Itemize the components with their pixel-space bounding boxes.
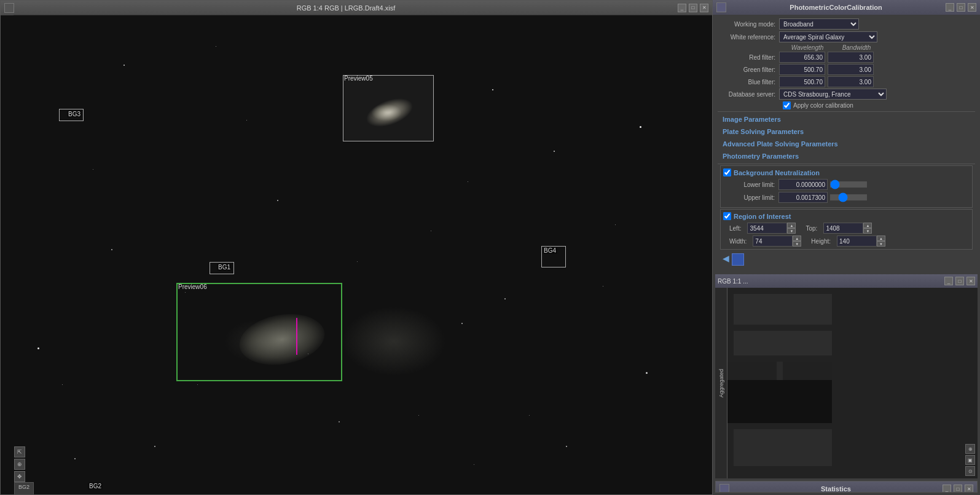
photometry-section[interactable]: Photometry Parameters xyxy=(718,150,975,162)
upper-limit-slider[interactable] xyxy=(830,194,867,200)
roi-width-spinner: ▲ ▼ xyxy=(753,236,801,247)
apply-calibration-label: Apply color calibration xyxy=(793,102,853,109)
upper-limit-input[interactable] xyxy=(778,192,828,203)
stats-title: Statistics xyxy=(729,485,943,493)
roi-checkbox[interactable] xyxy=(723,212,731,220)
roi-top-input[interactable] xyxy=(823,223,863,234)
roi-width-down[interactable]: ▼ xyxy=(793,241,801,247)
roi-height-up[interactable]: ▲ xyxy=(877,236,885,241)
statistics-panel: Statistics _ □ ✕ Aggregated Normalized R… xyxy=(715,481,978,493)
mask-image: ⊕ ▣ ⊙ xyxy=(727,288,978,478)
preview05-label: Preview05 xyxy=(344,75,373,82)
roi-top-down[interactable]: ▼ xyxy=(863,228,872,234)
bg-neutralization-title: Background Neutralization xyxy=(734,169,820,176)
roi-height-buttons[interactable]: ▲ ▼ xyxy=(877,236,885,247)
close-button[interactable]: ✕ xyxy=(700,4,708,12)
image-canvas[interactable]: Preview05 BG3 BG1 BG4 Preview06 xyxy=(1,15,712,494)
thumb-crosshair-icon[interactable]: ⊙ xyxy=(965,466,975,476)
mask-svg xyxy=(727,288,978,478)
zoom-tool-icon[interactable]: ⊕ xyxy=(14,459,25,470)
pcc-titlebar: PhotometricColorCalibration _ □ ✕ xyxy=(713,0,980,15)
window-controls[interactable]: _ □ ✕ xyxy=(678,4,708,12)
stats-close[interactable]: ✕ xyxy=(965,485,973,493)
pcc-controls[interactable]: _ □ ✕ xyxy=(946,3,976,12)
bg3-box[interactable] xyxy=(59,109,84,121)
stats-titlebar: Statistics _ □ ✕ xyxy=(716,481,977,493)
background-neutralization-section: Background Neutralization Lower limit: U… xyxy=(720,165,973,208)
image-parameters-section[interactable]: Image Parameters xyxy=(718,113,975,125)
bg-header-row: Background Neutralization xyxy=(723,168,970,176)
roi-left-down[interactable]: ▼ xyxy=(787,228,796,234)
bg1-box[interactable] xyxy=(210,262,234,274)
zoom-fit-icon[interactable]: ⇱ xyxy=(14,446,25,457)
bg2-label: BG2 xyxy=(88,483,103,489)
red-bandwidth-input[interactable] xyxy=(828,52,874,63)
nav-prev-button[interactable]: ◀ xyxy=(723,253,729,266)
preview05-box[interactable]: Preview05 xyxy=(343,75,434,141)
bottom-tab-bg2[interactable]: BG2 xyxy=(14,482,34,494)
thumb-tool-icons: ⊕ ▣ ⊙ xyxy=(965,444,975,476)
preview06-box[interactable]: Preview06 xyxy=(176,283,342,381)
database-server-select[interactable]: CDS Strasbourg, France xyxy=(779,89,887,100)
roi-width-input[interactable] xyxy=(753,236,793,247)
bg4-box[interactable] xyxy=(541,246,566,267)
roi-width-up[interactable]: ▲ xyxy=(793,236,801,241)
rgb-thumb-titlebar: RGB 1:1 ... _ □ ✕ xyxy=(715,274,978,288)
database-server-label: Database server: xyxy=(718,91,779,98)
bandwidth-header: Bandwidth xyxy=(832,44,881,51)
blue-wavelength-input[interactable] xyxy=(779,76,825,87)
thumb-select-icon[interactable]: ▣ xyxy=(965,455,975,465)
lower-limit-input[interactable] xyxy=(778,179,828,190)
pcc-minimize[interactable]: _ xyxy=(946,3,954,12)
rgb-thumb-restore[interactable]: □ xyxy=(955,277,964,285)
roi-left-up[interactable]: ▲ xyxy=(787,223,796,228)
wavelength-header: Wavelength xyxy=(783,44,832,51)
roi-height-input[interactable] xyxy=(837,236,877,247)
pan-icon[interactable]: ✥ xyxy=(14,471,25,482)
rgb-thumb-controls[interactable]: _ □ ✕ xyxy=(944,277,975,285)
minimize-button[interactable]: _ xyxy=(678,4,686,12)
roi-height-down[interactable]: ▼ xyxy=(877,241,885,247)
right-panel: PhotometricColorCalibration _ □ ✕ Workin… xyxy=(713,0,980,495)
red-wavelength-input[interactable] xyxy=(779,52,825,63)
plate-solving-section[interactable]: Plate Solving Parameters xyxy=(718,125,975,138)
blue-bandwidth-input[interactable] xyxy=(828,76,874,87)
rgb-thumb-container: RGB 1:1 ... _ □ ✕ Aggregated xyxy=(715,274,978,478)
upper-limit-row: Upper limit: xyxy=(723,192,970,203)
region-of-interest-section: Region of Interest Left: ▲ ▼ Top: ▲ xyxy=(720,209,973,250)
stats-restore[interactable]: □ xyxy=(954,485,962,493)
bottom-tabs: BG2 xyxy=(14,482,34,494)
apply-calibration-row: Apply color calibration xyxy=(783,101,975,109)
lower-limit-slider[interactable] xyxy=(830,181,867,188)
roi-height-label: Height: xyxy=(811,238,833,245)
rgb-thumb-min[interactable]: _ xyxy=(944,277,953,285)
pcc-restore[interactable]: □ xyxy=(957,3,965,12)
thumb-zoom-icon[interactable]: ⊕ xyxy=(965,444,975,454)
rgb-thumb-close[interactable]: ✕ xyxy=(966,277,975,285)
bg-neutralization-checkbox[interactable] xyxy=(723,168,731,176)
stats-min[interactable]: _ xyxy=(943,485,951,493)
pcc-content: Working mode: Broadband White reference:… xyxy=(713,15,980,272)
roi-left-buttons[interactable]: ▲ ▼ xyxy=(787,223,796,234)
green-wavelength-input[interactable] xyxy=(779,64,825,75)
pcc-title: PhotometricColorCalibration xyxy=(726,4,946,11)
window-icon xyxy=(4,3,14,13)
roi-top-buttons[interactable]: ▲ ▼ xyxy=(863,223,872,234)
working-mode-select[interactable]: Broadband xyxy=(779,18,859,30)
roi-left-input[interactable] xyxy=(747,223,787,234)
nav-blue-button[interactable] xyxy=(732,253,744,266)
roi-top-up[interactable]: ▲ xyxy=(863,223,872,228)
green-bandwidth-input[interactable] xyxy=(828,64,874,75)
white-reference-select[interactable]: Average Spiral Galaxy xyxy=(779,31,877,42)
roi-width-buttons[interactable]: ▲ ▼ xyxy=(793,236,801,247)
pcc-close[interactable]: ✕ xyxy=(968,3,976,12)
stats-controls[interactable]: _ □ ✕ xyxy=(943,485,973,493)
roi-row-1: Left: ▲ ▼ Top: ▲ ▼ xyxy=(723,223,970,234)
white-reference-row: White reference: Average Spiral Galaxy xyxy=(718,31,975,42)
apply-calibration-checkbox[interactable] xyxy=(783,101,791,109)
starfield: Preview05 BG3 BG1 BG4 Preview06 xyxy=(1,15,712,494)
roi-title: Region of Interest xyxy=(734,213,791,220)
restore-button[interactable]: □ xyxy=(689,4,697,12)
filter-col-headers: Wavelength Bandwidth xyxy=(783,44,975,51)
advanced-plate-solving-section[interactable]: Advanced Plate Solving Parameters xyxy=(718,138,975,150)
